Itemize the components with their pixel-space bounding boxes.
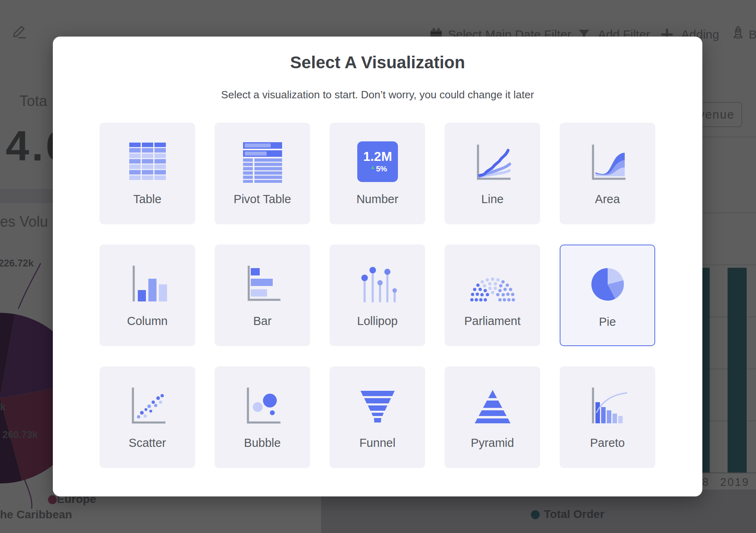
viz-option-label: Column bbox=[100, 314, 195, 328]
modal-title: Select A Visualization bbox=[53, 53, 702, 72]
viz-option-lollipop[interactable]: Lollipop bbox=[330, 245, 425, 346]
visualization-grid: Table Pivot Table bbox=[100, 123, 655, 468]
viz-option-label: Number bbox=[330, 193, 425, 206]
viz-option-label: Scatter bbox=[100, 436, 195, 450]
viz-option-funnel[interactable]: Funnel bbox=[330, 366, 425, 468]
viz-option-label: Parliament bbox=[445, 314, 540, 328]
viz-option-label: Table bbox=[100, 193, 195, 206]
viz-option-area[interactable]: Area bbox=[560, 123, 655, 224]
viz-option-label: Pie bbox=[560, 315, 654, 329]
viz-option-bubble[interactable]: Bubble bbox=[215, 366, 310, 468]
viz-option-label: Area bbox=[560, 193, 655, 206]
parliament-icon bbox=[445, 262, 540, 305]
pareto-icon bbox=[560, 384, 655, 427]
bar-icon bbox=[215, 262, 310, 305]
viz-option-pareto[interactable]: Pareto bbox=[560, 366, 655, 468]
viz-option-label: Pyramid bbox=[445, 436, 540, 450]
table-icon bbox=[100, 141, 195, 183]
viz-option-bar[interactable]: Bar bbox=[215, 245, 310, 346]
number-icon-delta: 5% bbox=[376, 165, 387, 173]
viz-option-label: Funnel bbox=[330, 436, 425, 450]
viz-option-number[interactable]: 1.2M 5% Number bbox=[330, 123, 425, 224]
bubble-icon bbox=[215, 384, 310, 427]
scatter-icon bbox=[100, 384, 195, 427]
viz-option-label: Bar bbox=[215, 314, 310, 328]
select-visualization-modal: Select A Visualization Select a visualiz… bbox=[53, 37, 702, 496]
funnel-icon bbox=[330, 384, 425, 427]
modal-subtitle: Select a visualization to start. Don’t w… bbox=[53, 89, 702, 101]
viz-option-scatter[interactable]: Scatter bbox=[100, 366, 195, 468]
viz-option-pivot-table[interactable]: Pivot Table bbox=[215, 123, 310, 224]
column-icon bbox=[100, 262, 195, 305]
viz-option-label: Pareto bbox=[560, 436, 655, 450]
pie-icon bbox=[560, 263, 654, 306]
area-icon bbox=[560, 141, 655, 183]
viz-option-pie[interactable]: Pie bbox=[560, 245, 655, 346]
viz-option-parliament[interactable]: Parliament bbox=[445, 245, 540, 346]
viz-option-table[interactable]: Table bbox=[100, 123, 195, 224]
viz-option-label: Pivot Table bbox=[215, 193, 310, 206]
viz-option-pyramid[interactable]: Pyramid bbox=[445, 366, 540, 468]
viz-option-label: Lollipop bbox=[330, 314, 425, 328]
viz-option-label: Bubble bbox=[215, 436, 310, 450]
pivot-table-icon bbox=[215, 141, 310, 183]
lollipop-icon bbox=[330, 262, 425, 305]
line-icon bbox=[445, 141, 540, 183]
number-icon: 1.2M 5% bbox=[330, 141, 425, 183]
viz-option-label: Line bbox=[445, 193, 540, 206]
viz-option-column[interactable]: Column bbox=[100, 245, 195, 346]
viz-option-line[interactable]: Line bbox=[445, 123, 540, 224]
number-icon-value: 1.2M bbox=[363, 149, 392, 164]
pyramid-icon bbox=[445, 384, 540, 427]
